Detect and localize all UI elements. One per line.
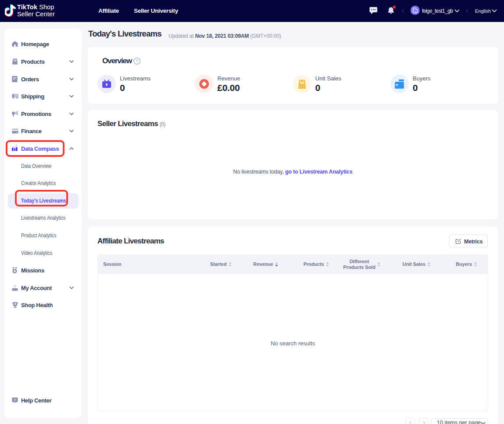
svg-text:?: ?: [136, 58, 138, 63]
svg-text:?: ?: [14, 398, 16, 402]
